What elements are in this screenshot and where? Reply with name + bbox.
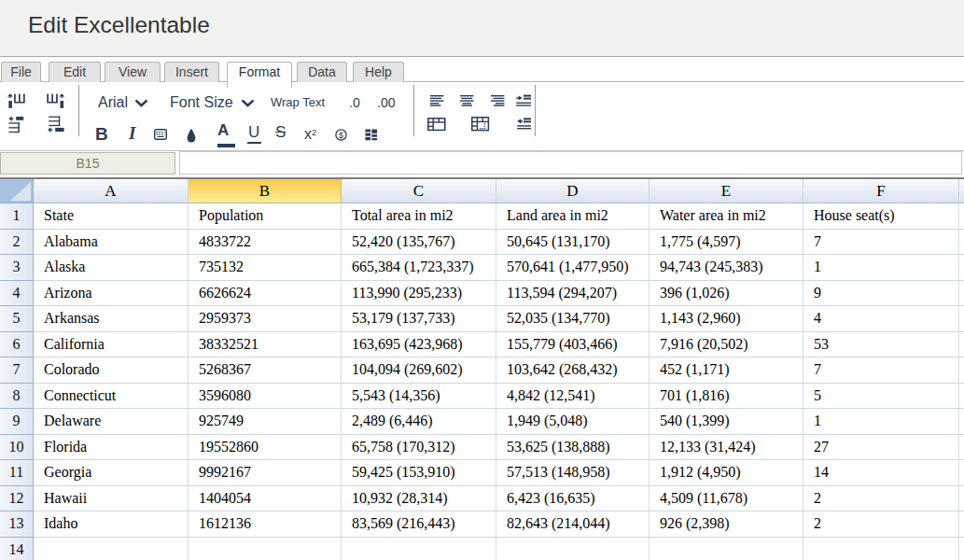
- svg-text:$: $: [339, 130, 344, 140]
